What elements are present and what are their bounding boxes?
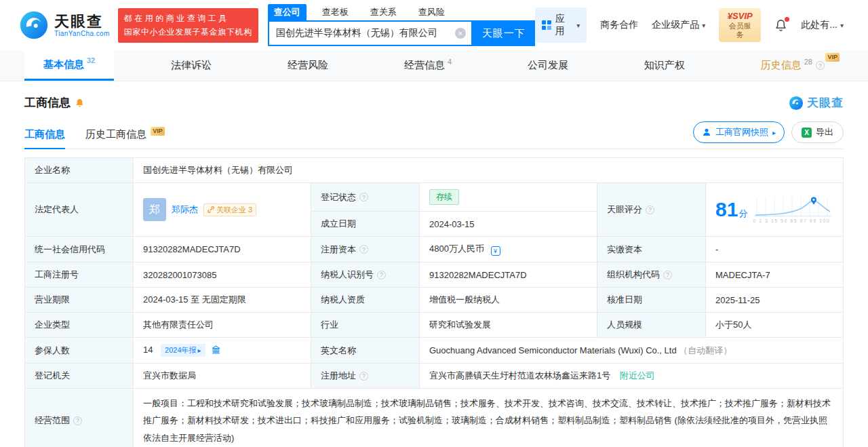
help-icon[interactable]: ?	[359, 193, 368, 201]
tianyancha-watermark-icon	[789, 96, 804, 111]
help-icon[interactable]: ?	[646, 206, 654, 214]
field-label: 核准日期	[597, 288, 706, 313]
notification-dot	[785, 17, 789, 22]
link-icon	[208, 206, 214, 213]
search-button[interactable]: 天眼一下	[473, 20, 535, 46]
field-label: 注册地址?	[311, 364, 420, 389]
auto-translate-note: （自动翻译）	[679, 345, 732, 355]
reg-no-value: 320282001073085	[134, 263, 311, 288]
search-tab-relation[interactable]: 查关系	[364, 4, 403, 20]
tab-operation-info[interactable]: 经营信息 4	[385, 50, 471, 81]
user-menu[interactable]: 此处有... ▾	[801, 19, 844, 31]
field-label: 经营范围?	[25, 389, 134, 447]
tab-count: 32	[87, 56, 95, 64]
clear-search-icon[interactable]: ×	[455, 28, 466, 39]
currency-convert-icon[interactable]: ¥	[491, 246, 500, 256]
tab-label: 公司发展	[528, 59, 568, 72]
table-row: 经营范围? 一般项目：工程和技术研究和试验发展；技术玻璃制品制造；技术玻璃制品销…	[25, 389, 844, 447]
field-label: 登记状态?	[311, 183, 420, 212]
term-value: 2024-03-15 至 无固定期限	[134, 288, 311, 313]
notification-bell-icon[interactable]	[774, 18, 787, 32]
tax-id-value: 91320282MADECJTA7D	[420, 263, 597, 288]
export-button[interactable]: X 导出	[791, 121, 844, 143]
search-tab-boss[interactable]: 查老板	[316, 4, 355, 20]
field-label: 企业名称	[25, 158, 134, 183]
field-label: 行业	[311, 313, 420, 338]
annual-report-badge[interactable]: 2024年报 ▸	[161, 344, 205, 357]
related-companies-badge[interactable]: 关联企业 3	[203, 203, 256, 216]
search-input[interactable]	[269, 28, 455, 39]
field-label: 工商注册号	[25, 263, 134, 288]
est-date-value: 2024-03-15	[420, 212, 597, 237]
tab-label: 法律诉讼	[171, 59, 212, 72]
score-chart: 0 1 3 15 50 85 97 99 100	[753, 196, 833, 223]
org-code-value: MADECJTA-7	[706, 263, 844, 288]
subtab-label: 历史工商信息	[85, 128, 146, 140]
tab-label: 基本信息	[43, 58, 84, 71]
table-row: 工商注册号 320282001073085 纳税人识别号? 91320282MA…	[25, 263, 844, 288]
help-icon[interactable]: ?	[663, 271, 672, 279]
nearby-companies-link[interactable]: 附近公司	[620, 370, 655, 381]
avatar[interactable]: 郑	[143, 198, 166, 221]
field-label: 实缴资本	[597, 237, 706, 263]
legal-rep-link[interactable]: 郑际杰	[172, 203, 198, 216]
help-icon[interactable]: ?	[377, 271, 386, 279]
help-icon[interactable]: ?	[359, 372, 368, 381]
business-cooperation-link[interactable]: 商务合作	[600, 19, 638, 31]
tab-intellectual-property[interactable]: 知识产权	[625, 50, 704, 81]
company-type-value: 其他有限责任公司	[134, 313, 311, 338]
section-header: 工商信息	[24, 95, 844, 111]
promo-line-1: 都在用的商业查询工具	[124, 13, 252, 24]
subtab-history-business-info[interactable]: 历史工商信息 VIP	[85, 128, 165, 149]
industry-value: 研究和试验发展	[420, 313, 597, 338]
field-label: 企业类型	[25, 313, 134, 338]
tab-operation-risk[interactable]: 经营风险	[269, 50, 347, 81]
svip-member-label: 会员服务	[726, 22, 754, 39]
paid-capital-value: -	[706, 237, 844, 263]
tab-label: 经营信息	[404, 59, 445, 72]
tab-label: 知识产权	[644, 59, 685, 72]
score-ticks: 0 1 3 15 50 85 97 99 100	[753, 218, 833, 223]
tab-history-info[interactable]: VIP 历史信息 28 ?	[742, 50, 844, 81]
search-tab-company[interactable]: 查公司	[268, 4, 307, 20]
tab-company-development[interactable]: 公司发展	[509, 50, 587, 81]
insured-count: 14	[143, 345, 153, 355]
status-badge: 存续	[429, 189, 459, 205]
en-name-cell: Guochuang Advanced Semiconductor Materia…	[420, 338, 844, 364]
snapshot-button-label: 工商官网快照	[715, 126, 768, 138]
field-label: 统一社会信用代码	[25, 237, 134, 263]
tianyancha-logo[interactable]: 天眼查 TianYanCha.com	[19, 10, 110, 40]
business-info-table: 企业名称 国创先进半导体材料（无锡）有限公司 法定代表人 郑 郑际杰	[24, 157, 844, 447]
score-distribution-chart	[753, 196, 833, 218]
business-scope-value: 一般项目：工程和技术研究和试验发展；技术玻璃制品制造；技术玻璃制品销售；技术服务…	[134, 389, 844, 447]
field-label: 成立日期	[311, 212, 420, 237]
field-label: 天眼评分?	[597, 183, 706, 237]
help-icon[interactable]: ?	[816, 61, 825, 70]
table-row: 统一社会信用代码 91320282MADECJTA7D 注册资本? 4800万人…	[25, 237, 844, 263]
tab-legal-lawsuits[interactable]: 法律诉讼	[152, 50, 231, 81]
field-label: 登记机关	[25, 364, 134, 389]
tianyancha-watermark: 天眼查	[789, 95, 844, 111]
promo-banner: 都在用的商业查询工具 国家中小企业发展子基金旗下机构	[118, 8, 258, 43]
company-nav-tabs: 基本信息 32 法律诉讼 经营风险 经营信息 4 公司发展 知识产权 VIP 历…	[0, 50, 868, 81]
enterprise-products-menu[interactable]: 企业级产品 ▾	[652, 19, 705, 31]
notice-bell-icon[interactable]	[75, 98, 85, 109]
user-menu-label: 此处有...	[801, 19, 837, 31]
person-icon	[702, 128, 711, 137]
tab-basic-info[interactable]: 基本信息 32	[24, 50, 114, 81]
help-icon[interactable]: ?	[73, 416, 82, 425]
apps-menu[interactable]: 应用 ▾	[535, 7, 587, 43]
address-cell: 宜兴市高塍镇天生圩村范道农林场鑫运来路1号 附近公司	[420, 364, 844, 389]
official-snapshot-button[interactable]: 工商官网快照 ▸	[693, 121, 785, 143]
field-label: 人员规模	[597, 313, 706, 338]
subtab-business-info[interactable]: 工商信息	[24, 128, 65, 149]
svip-member-badge[interactable]: ¥SVIP 会员服务	[719, 8, 761, 42]
watermark-brand: 天眼查	[807, 95, 844, 111]
table-row: 参保人数 14 2024年报 ▸	[25, 338, 844, 364]
help-icon[interactable]: ?	[359, 245, 368, 254]
social-insurance-agency-icon[interactable]	[212, 345, 220, 354]
score-value[interactable]: 81分	[715, 199, 747, 220]
credit-code-value: 91320282MADECJTA7D	[134, 237, 311, 263]
search-tab-risk[interactable]: 查风险	[412, 4, 451, 20]
svip-label: SVIP	[732, 11, 753, 21]
